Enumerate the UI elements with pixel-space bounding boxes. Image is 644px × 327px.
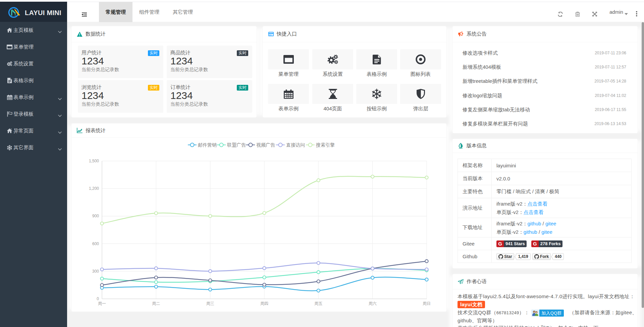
svg-text:0: 0 [97, 296, 99, 301]
svg-text:联盟广告: 联盟广告 [227, 142, 246, 148]
svg-text:周三: 周三 [206, 301, 214, 306]
svg-text:周四: 周四 [260, 301, 268, 306]
svg-text:300: 300 [92, 269, 99, 274]
svg-text:1,200: 1,200 [89, 186, 99, 191]
svg-text:直接访问: 直接访问 [286, 142, 305, 148]
svg-text:搜索引擎: 搜索引擎 [316, 142, 335, 148]
svg-text:邮件营销: 邮件营销 [198, 142, 217, 148]
svg-text:LAYUI MINI: LAYUI MINI [25, 9, 61, 16]
svg-text:周一: 周一 [98, 301, 106, 306]
svg-text:周六: 周六 [369, 301, 377, 306]
svg-text:周二: 周二 [152, 301, 160, 306]
svg-text:周日: 周日 [423, 301, 431, 306]
svg-text:视频广告: 视频广告 [256, 142, 275, 148]
svg-text:600: 600 [92, 241, 99, 246]
svg-text:1,500: 1,500 [89, 159, 99, 163]
svg-text:周五: 周五 [314, 301, 322, 306]
svg-text:900: 900 [92, 214, 99, 218]
